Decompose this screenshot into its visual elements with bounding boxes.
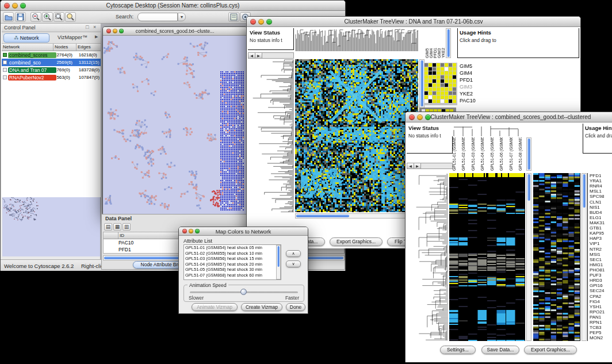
minimize-window-button[interactable]: [113, 29, 117, 33]
treeview-dna-title-bar[interactable]: ClusterMaker TreeView : DNA and Tran 07-…: [247, 17, 580, 27]
column-header-edges[interactable]: Edges: [76, 44, 101, 51]
close-window-button[interactable]: [4, 3, 10, 9]
attribute-list-scrollbar[interactable]: [276, 245, 281, 279]
column-header-network[interactable]: Network: [2, 44, 53, 51]
move-attribute-up-button[interactable]: ∧: [286, 250, 301, 257]
network-overview-thumbnail[interactable]: [2, 197, 100, 256]
expression-heatmap[interactable]: [533, 173, 580, 341]
cluster-heatmap[interactable]: [295, 59, 418, 212]
gene-label[interactable]: MAK31: [590, 220, 612, 225]
scrollbar-thumb[interactable]: [447, 29, 450, 57]
heatmap-horizontal-scrollbar[interactable]: [295, 213, 418, 219]
correlation-matrix[interactable]: [424, 63, 457, 105]
treeview-combined-title-bar[interactable]: ClusterMaker TreeView : combined_scores_…: [406, 112, 612, 122]
done-button[interactable]: Done: [286, 303, 305, 311]
tab-overflow-arrow-icon[interactable]: ▶: [95, 35, 98, 39]
scrollbar-thumb[interactable]: [527, 139, 530, 170]
network-row-dna-tran[interactable]: DNA and Tran 07 769(0) 183728(0): [2, 66, 101, 74]
network-row-rnapubernov[interactable]: RNAPuberNov2 563(0) 107847(0): [2, 74, 101, 81]
open-file-button[interactable]: [3, 12, 14, 22]
gene-label[interactable]: NIS1: [590, 205, 612, 210]
pager-right-icon[interactable]: ▶: [414, 163, 421, 168]
main-title-bar[interactable]: Cytoscape Desktop (Session Name: collins…: [1, 1, 345, 11]
gene-label[interactable]: MSL1: [590, 189, 612, 194]
zoom-window-button[interactable]: [20, 3, 26, 9]
close-window-button[interactable]: [250, 19, 256, 25]
save-session-button[interactable]: [15, 12, 26, 22]
network-row-combined-sco-selected[interactable]: combined_sco 2569(6) 13112(15): [2, 59, 101, 66]
gene-label[interactable]: ELG1: [590, 215, 612, 220]
network-row-combined-scores[interactable]: combined_scores 2764(0) 16218(0): [2, 51, 101, 59]
row-dendrogram[interactable]: [407, 173, 448, 341]
annotation-tool-button[interactable]: [228, 12, 239, 22]
scrollbar-thumb[interactable]: [277, 246, 280, 267]
gene-label[interactable]: CPA2: [590, 294, 612, 299]
zoom-window-button[interactable]: [119, 29, 124, 33]
gene-label[interactable]: MON2: [590, 335, 612, 340]
attribute-list-item[interactable]: GPL51-02 (GSM855) heat shock 10 min: [184, 251, 281, 256]
column-header-nodes[interactable]: Nodes: [53, 44, 76, 51]
settings-button[interactable]: Settings...: [440, 346, 476, 354]
search-input[interactable]: [137, 13, 178, 21]
float-panel-icon[interactable]: □: [86, 24, 89, 30]
gene-label[interactable]: KAP95: [590, 231, 612, 236]
minimize-window-button[interactable]: [12, 3, 18, 9]
close-window-button[interactable]: [409, 114, 415, 120]
attribute-list-item[interactable]: GPL51-05 (GSM858) heat shock 30 min: [184, 267, 281, 273]
search-dropdown-arrow-icon[interactable]: ▼: [178, 13, 186, 21]
animation-speed-slider-thumb[interactable]: [240, 289, 247, 295]
attribute-list-item[interactable]: GPL51-07 (GSM868) heat shock 60 min: [184, 273, 281, 278]
scrollbar-thumb[interactable]: [583, 174, 586, 208]
gene-label[interactable]: TCB3: [590, 325, 612, 330]
gene-label[interactable]: SEC1: [590, 257, 612, 262]
tab-network[interactable]: ⁂ Network: [3, 33, 49, 43]
minimize-window-button[interactable]: [417, 114, 423, 120]
scrollbar-thumb[interactable]: [527, 174, 530, 201]
gene-label[interactable]: RNR4: [590, 183, 612, 189]
gene-label[interactable]: BUD4: [590, 210, 612, 215]
close-window-button[interactable]: [106, 29, 111, 33]
close-window-button[interactable]: [182, 229, 187, 233]
attribute-list-item[interactable]: GPL51-03 (GSM856) heat shock 15 min: [184, 256, 281, 262]
zoom-window-button[interactable]: [195, 229, 200, 233]
attribute-list-item[interactable]: GPL51-04 (GSM857) heat shock 20 min: [184, 262, 281, 267]
network-view-title-bar[interactable]: combined_scores_good.txt--cluste...: [103, 27, 247, 36]
gene-label[interactable]: VIP1: [590, 241, 612, 246]
close-panel-icon[interactable]: ×: [93, 24, 96, 30]
row-dendrogram[interactable]: [248, 59, 294, 212]
column-dendrogram[interactable]: [449, 124, 525, 136]
export-graphics-button[interactable]: Export Graphics...: [524, 346, 577, 354]
export-graphics-button[interactable]: Export Graphics...: [330, 237, 382, 246]
gene-label[interactable]: YSH1: [590, 304, 612, 309]
tab-vizmapper[interactable]: VizMapper™: [52, 33, 93, 43]
gene-label[interactable]: CLN1: [590, 200, 612, 205]
row-icon-column-header[interactable]: [104, 232, 118, 239]
gene-label[interactable]: FIG4: [590, 299, 612, 304]
gene-label[interactable]: SEC24: [590, 288, 612, 293]
dialog-title-bar[interactable]: Map Colors to Network: [179, 227, 308, 236]
minimize-window-button[interactable]: [189, 229, 193, 233]
pager-right-icon[interactable]: ▶: [255, 53, 262, 58]
zoom-selected-button[interactable]: [65, 12, 76, 22]
heatmap-vertical-scrollbar[interactable]: [526, 173, 531, 341]
scrollbar-thumb[interactable]: [420, 60, 423, 106]
zoom-out-button[interactable]: [30, 12, 41, 22]
zoom-window-button[interactable]: [266, 19, 272, 25]
gene-label[interactable]: PHO81: [590, 267, 612, 273]
gene-list-scrollbar[interactable]: [582, 173, 587, 341]
gene-label[interactable]: NTR2: [590, 247, 612, 252]
gene-label[interactable]: YRA1: [590, 178, 612, 183]
gene-label[interactable]: GTB1: [590, 225, 612, 231]
attribute-select-icon[interactable]: ▤: [104, 223, 112, 231]
gene-label[interactable]: MSI1: [590, 252, 612, 257]
attribute-list-item[interactable]: GPL51-01 (GSM854) heat shock 05 min: [184, 245, 281, 251]
network-view-canvas[interactable]: [103, 36, 247, 214]
scrollbar-thumb[interactable]: [296, 214, 349, 217]
gene-label[interactable]: RPO21: [590, 309, 612, 315]
gene-label[interactable]: PAN1: [590, 315, 612, 320]
gene-label[interactable]: SPC98: [590, 194, 612, 199]
zoom-window-button[interactable]: [425, 114, 431, 120]
cluster-heatmap[interactable]: [449, 173, 525, 341]
zoom-fit-button[interactable]: [53, 12, 64, 22]
pager-left-icon[interactable]: ◀: [407, 163, 414, 168]
